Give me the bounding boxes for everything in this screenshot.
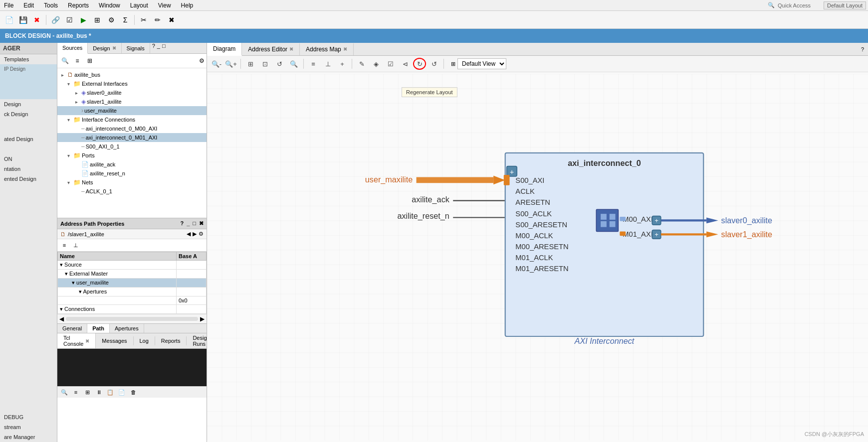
fit-btn[interactable]: ⊞	[244, 58, 257, 70]
tree-node-ext-interfaces[interactable]: ▾ 📁 External Interfaces	[57, 79, 207, 88]
tcl-search-btn[interactable]: 🔍	[59, 388, 69, 397]
tree-node-slaver1[interactable]: ▸ ◈ slaver1_axilite	[57, 97, 207, 106]
tab-design-close[interactable]: ✖	[112, 45, 116, 51]
path-settings-btn[interactable]: ⚙	[199, 231, 204, 237]
sidebar-item-debug[interactable]: DEBUG	[0, 412, 57, 422]
tcl-collapse-btn[interactable]: ≡	[71, 388, 81, 397]
port-btn[interactable]: ◈	[370, 58, 383, 70]
zoom-select-btn[interactable]: 🔍	[287, 58, 300, 70]
table-row-extmaster[interactable]: ▾ External Master	[58, 270, 207, 279]
sidebar-item-ateddesign[interactable]: ated Design	[0, 134, 57, 144]
menu-item-file[interactable]: File	[2, 1, 15, 10]
tcl-clear-btn[interactable]: 🗑	[128, 388, 138, 397]
tree-node-m00axi[interactable]: – axi_interconnect_0_M00_AXI	[57, 124, 207, 133]
tcl-tab-log[interactable]: Log	[134, 336, 155, 345]
edit-button[interactable]: ✏	[152, 14, 164, 26]
tcl-tab-close[interactable]: ✖	[85, 338, 89, 344]
menu-item-reports[interactable]: Reports	[66, 1, 91, 10]
tab-sources[interactable]: Sources	[57, 43, 88, 54]
addr-help-btn[interactable]: ?	[180, 220, 184, 227]
new-button[interactable]: 📄	[3, 14, 15, 26]
tree-node-slaver0[interactable]: ▸ ◈ slaver0_axilite	[57, 88, 207, 97]
table-row-value[interactable]: 0x0	[58, 296, 207, 305]
menu-item-tools[interactable]: Tools	[42, 1, 60, 10]
close-button[interactable]: ✖	[31, 14, 43, 26]
tcl-expand-btn[interactable]: ⊞	[82, 388, 92, 397]
cut-button[interactable]: ✂	[138, 14, 150, 26]
addr-min-btn[interactable]: _	[187, 220, 190, 227]
tree-node-aclk[interactable]: – ACLK_0_1	[57, 187, 207, 196]
settings-tree-btn[interactable]: ⚙	[199, 57, 205, 64]
tree-node-user-maxilite[interactable]: › user_maxilite	[57, 106, 207, 115]
sidebar-item-stream[interactable]: stream	[0, 422, 57, 432]
addr-max-btn[interactable]: □	[193, 220, 196, 227]
addr-map-tab-close[interactable]: ✖	[343, 46, 347, 52]
sidebar-item-enteddesign[interactable]: ented Design	[0, 174, 57, 184]
center-help-btn[interactable]: ?	[152, 43, 155, 53]
diagram-tab-diagram[interactable]: Diagram	[207, 43, 242, 56]
tree-node-iface-conns[interactable]: ▾ 📁 Interface Connections	[57, 115, 207, 124]
link-button[interactable]: 🔗	[49, 14, 61, 26]
delete-button[interactable]: ✖	[166, 14, 178, 26]
tree-node-ports[interactable]: ▾ 📁 Ports	[57, 151, 207, 160]
path-tab-path[interactable]: Path	[87, 324, 110, 333]
tcl-paste-btn[interactable]: 📄	[117, 388, 127, 397]
zoom-out-btn[interactable]: 🔍-	[210, 58, 223, 70]
diagram-tab-addr-editor[interactable]: Address Editor ✖	[242, 43, 300, 55]
pin-btn[interactable]: ⊲	[399, 58, 412, 70]
sum-button[interactable]: Σ	[119, 14, 131, 26]
scroll-left-btn[interactable]: ◀	[59, 315, 64, 322]
regenerate-layout-btn[interactable]: ↻	[413, 58, 426, 70]
align-btn[interactable]: ≡	[307, 58, 320, 70]
scroll-right-btn[interactable]: ▶	[200, 315, 205, 322]
h-scrollbar[interactable]: ◀ ▶	[57, 314, 207, 323]
sidebar-item-templates[interactable]: Templates	[0, 54, 57, 64]
tcl-tab-reports[interactable]: Reports	[155, 336, 187, 345]
sidebar-item-aremanager[interactable]: are Manager	[0, 432, 57, 442]
tcl-tab-messages[interactable]: Messages	[96, 336, 133, 345]
save-button[interactable]: 💾	[17, 14, 29, 26]
sidebar-item-ipdesign[interactable]: IP Design	[0, 64, 57, 99]
table-row-source[interactable]: ▾ Source	[58, 261, 207, 270]
rotate-btn[interactable]: ↺	[273, 58, 286, 70]
tree-node-axilite-ack[interactable]: 📄 axilite_ack	[57, 160, 207, 169]
tab-signals[interactable]: Signals	[122, 43, 150, 53]
tcl-content[interactable]	[57, 349, 207, 386]
sidebar-item-ntation[interactable]: ntation	[0, 164, 57, 174]
check-button[interactable]: ☑	[63, 14, 75, 26]
path-tab-apertures[interactable]: Apertures	[110, 324, 144, 333]
expand-btn[interactable]: ⊞	[84, 56, 95, 66]
table-row-usermaxilite[interactable]: ▾ user_maxilite	[58, 279, 207, 288]
tcl-pause-btn[interactable]: ⏸	[94, 388, 104, 397]
addr-expand-btn[interactable]: ⊥	[71, 241, 81, 250]
center-min-btn[interactable]: _	[157, 43, 160, 53]
extra-btn[interactable]: ↺	[428, 58, 440, 70]
tcl-copy-btn[interactable]: 📋	[105, 388, 115, 397]
diagram-tab-addr-map[interactable]: Address Map ✖	[300, 43, 354, 55]
menu-item-edit[interactable]: Edit	[21, 1, 36, 10]
menu-item-window[interactable]: Window	[97, 1, 122, 10]
prev-path-btn[interactable]: ◀	[187, 231, 191, 237]
tree-node-axilite-reset-n[interactable]: 📄 axilite_reset_n	[57, 169, 207, 178]
view-select[interactable]: Default View	[457, 58, 506, 69]
select-btn[interactable]: ⊡	[258, 58, 271, 70]
menu-item-help[interactable]: Help	[179, 1, 196, 10]
zoom-in-btn[interactable]: 🔍+	[224, 58, 237, 70]
pen-btn[interactable]: ✎	[355, 58, 368, 70]
tree-node-s00axi[interactable]: – S00_AXI_0_1	[57, 142, 207, 151]
validate-btn[interactable]: ☑	[384, 58, 397, 70]
addr-collapse-btn[interactable]: ≡	[59, 241, 69, 250]
center-max-btn[interactable]: □	[162, 43, 166, 53]
tree-node-m01axi[interactable]: – axi_interconnect_0_M01_AXI	[57, 133, 207, 142]
settings-button[interactable]: ⚙	[105, 14, 117, 26]
menu-item-layout[interactable]: Layout	[128, 1, 150, 10]
sidebar-item-design[interactable]: Design	[0, 99, 57, 109]
addr-editor-tab-close[interactable]: ✖	[289, 46, 293, 52]
run-button[interactable]: ▶	[77, 14, 89, 26]
next-path-btn[interactable]: ▶	[193, 231, 197, 237]
sidebar-item-ckdesign[interactable]: ck Design	[0, 109, 57, 119]
distribute-btn[interactable]: ⊥	[321, 58, 334, 70]
path-tab-general[interactable]: General	[57, 324, 87, 333]
addr-close-btn[interactable]: ✖	[199, 220, 204, 227]
tab-design[interactable]: Design ✖	[88, 43, 121, 53]
